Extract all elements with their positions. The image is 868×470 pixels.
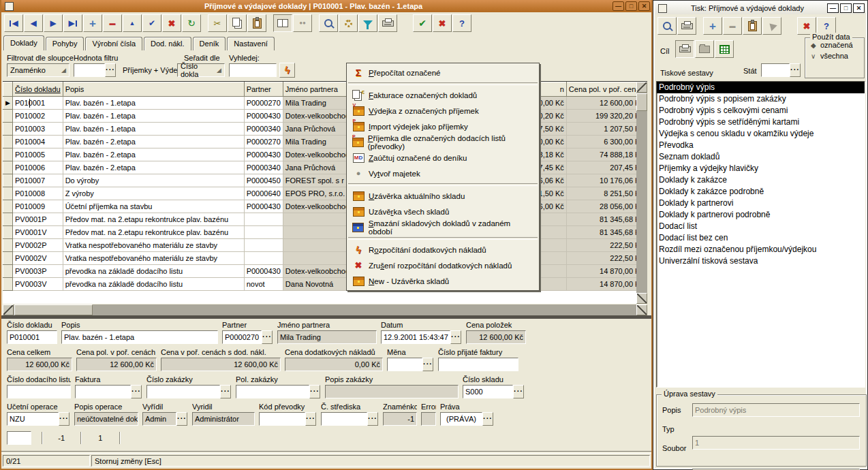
cell-popis[interactable]: převodka na základě dodacího listu bbox=[63, 265, 244, 278]
cell-cislo[interactable]: P010003 bbox=[13, 123, 63, 136]
cell-partner[interactable]: P0000430 bbox=[244, 200, 283, 213]
row-selector[interactable] bbox=[3, 200, 13, 213]
table-row[interactable]: PV0003Vpřevodka na základě dodacího list… bbox=[3, 278, 647, 291]
menu-item-vydejka-z-oznacenych-prijemek[interactable]: VVýdejka z označených příjemek bbox=[347, 103, 539, 119]
col-header-popis[interactable]: Popis bbox=[63, 82, 244, 97]
report-item-vydejka-s-cenou-skladu-v-okamz[interactable]: Výdejka s cenou skladu v okamžiku výdeje bbox=[657, 128, 865, 140]
cell-cena2[interactable]: 14 870,00 Kč bbox=[566, 265, 646, 278]
cell-popis[interactable]: Plav. bazén - 1.etapa bbox=[63, 110, 244, 123]
table-row[interactable]: P010003Plav. bazén - 1.etapaP0000340Jana… bbox=[3, 123, 647, 136]
cell-popis[interactable]: Do výroby bbox=[63, 174, 244, 187]
report-item-univerzalni-tiskova-sestava[interactable]: Univerzální tisková sestava bbox=[657, 255, 865, 267]
menu-item-smazani-skladovych-dokladu-v-z[interactable]: Smazání skladových dokladů v zadaném obd… bbox=[347, 219, 539, 235]
paste-button[interactable] bbox=[743, 17, 762, 35]
minimize-button[interactable]: — bbox=[613, 1, 624, 11]
kod-prevodky-ellipsis-button[interactable] bbox=[305, 412, 316, 426]
table-row[interactable]: PV0003Ppřevodka na základě dodacího list… bbox=[3, 265, 647, 278]
datum-field[interactable]: 12.9.2001 15:43:47 bbox=[381, 330, 450, 344]
settings-button[interactable] bbox=[339, 14, 358, 32]
popis-field[interactable]: Plav. bazén - 1.etapa bbox=[61, 330, 218, 344]
prava-ellipsis-button[interactable] bbox=[482, 412, 493, 426]
cell-cislo[interactable]: P010004 bbox=[13, 136, 63, 148]
cell-cena2[interactable]: 12 600,00 Kč bbox=[566, 97, 646, 110]
cell-popis[interactable]: převodka na základě dodacího listu bbox=[63, 278, 244, 291]
table-row[interactable]: P010009Účetní příjemka na stavbuP0000430… bbox=[3, 200, 647, 213]
cell-partner[interactable]: P0000430 bbox=[244, 265, 283, 278]
table-row[interactable]: PV0002VVratka nespotřebovaného materiálu… bbox=[3, 252, 647, 265]
horizontal-scrollbar[interactable] bbox=[3, 304, 647, 315]
sort-select[interactable]: Číslo dokla ◢ bbox=[177, 63, 225, 77]
prev-record-button[interactable]: ◀ bbox=[24, 14, 43, 32]
cell-cislo[interactable]: PV0003V bbox=[13, 278, 63, 291]
table-row[interactable]: P010002Plav. bazén - 1.etapaP0000430Dote… bbox=[3, 110, 647, 123]
cislo-dokladu-field[interactable]: P010001 bbox=[7, 330, 57, 344]
insert-record-button[interactable]: + bbox=[83, 14, 102, 32]
c-strediska-field[interactable] bbox=[321, 412, 367, 426]
close-button[interactable]: ✕ bbox=[638, 1, 650, 11]
report-item-doklady-k-zakazce-podrobne[interactable]: Doklady k zakázce podrobně bbox=[657, 186, 865, 198]
tab-denik[interactable]: Deník bbox=[193, 37, 226, 50]
print-button[interactable] bbox=[378, 14, 397, 32]
report-item-dodaci-list-bez-cen[interactable]: Dodací list bez cen bbox=[657, 232, 865, 244]
cell-partner[interactable]: P0000430 bbox=[244, 148, 283, 161]
cell-cislo[interactable]: P010006 bbox=[13, 161, 63, 174]
cell-partner[interactable]: P0000270 bbox=[244, 136, 283, 148]
vyridil-ellipsis-button[interactable] bbox=[176, 412, 187, 426]
cell-cislo[interactable]: P010008 bbox=[13, 187, 63, 200]
search-input[interactable] bbox=[229, 63, 277, 77]
copy-button[interactable] bbox=[228, 14, 247, 32]
report-item-podrobny-vypis[interactable]: Podrobný výpis bbox=[657, 82, 865, 93]
cell-cena2[interactable]: 222,50 Kč bbox=[566, 252, 646, 265]
cell-cena2[interactable]: 74 888,18 Kč bbox=[566, 148, 646, 161]
cell-cena2[interactable]: 81 345,68 Kč bbox=[566, 226, 646, 239]
report-item-dodaci-list[interactable]: Dodací list bbox=[657, 221, 865, 232]
report-item-podrobny-vypis-s-popisem-zakaz[interactable]: Podrobný výpis s popisem zakázky bbox=[657, 93, 865, 105]
row-selector[interactable] bbox=[3, 148, 13, 161]
cell-cena2[interactable]: 207,45 Kč bbox=[566, 161, 646, 174]
scroll-down-arrow[interactable] bbox=[636, 293, 647, 304]
search-go-button[interactable]: ϟ bbox=[279, 63, 295, 78]
cell-popis[interactable]: Plav. bazén - 1.etapa bbox=[63, 97, 244, 110]
close-button[interactable]: ✕ bbox=[853, 3, 865, 13]
prava-field[interactable]: (PRÁVA) bbox=[440, 412, 482, 426]
cell-partner[interactable]: P0000340 bbox=[244, 161, 283, 174]
table-row[interactable]: P010007Do výrobyP0000450FOREST spol. s r… bbox=[3, 174, 647, 187]
cislo-skladu-field[interactable]: S000 bbox=[463, 385, 513, 398]
filter-column-select[interactable]: Znaménko ◢ bbox=[7, 63, 69, 77]
faktura-ellipsis-button[interactable] bbox=[131, 385, 142, 398]
report-item-prijemky-a-vydejky-hlavicky[interactable]: Příjemky a výdejky hlavičky bbox=[657, 163, 865, 174]
cislo-dodaciho-listu-field[interactable] bbox=[7, 385, 71, 398]
cislo-zakazky-field[interactable] bbox=[146, 385, 220, 398]
current-row-marker[interactable]: ▶ bbox=[3, 97, 13, 110]
target-file-button[interactable] bbox=[695, 40, 714, 58]
table-row[interactable]: ▶P010001Plav. bazén - 1.etapaP0000270Mil… bbox=[3, 97, 647, 110]
menu-item-new-uzaverka-skladu[interactable]: New - Uzávěrka skladů bbox=[347, 273, 539, 289]
row-selector[interactable] bbox=[3, 136, 13, 148]
row-selector[interactable] bbox=[3, 110, 13, 123]
report-item-podrobny-vypis-se-setridenymi-[interactable]: Podrobný výpis se setříděnými kartami bbox=[657, 116, 865, 128]
row-selector[interactable] bbox=[3, 278, 13, 291]
cell-cislo[interactable]: PV0002P bbox=[13, 239, 63, 252]
cut-button[interactable]: ✂ bbox=[208, 14, 227, 32]
vertical-scroll-thumb[interactable] bbox=[636, 93, 647, 111]
cislo-skladu-ellipsis-button[interactable] bbox=[513, 385, 524, 398]
row-selector[interactable] bbox=[3, 161, 13, 174]
use-data-option-vsechna[interactable]: ∨všechna bbox=[811, 52, 864, 60]
report-item-rozdil-mezi-oznacenou-prijemko[interactable]: Rozdíl mezi označenou příjemkou/výdejkou bbox=[657, 244, 865, 255]
cell-cena2[interactable]: 199 320,20 Kč bbox=[566, 110, 646, 123]
cell-popis[interactable]: Plav. bazén - 1.etapa bbox=[63, 123, 244, 136]
cell-partner[interactable] bbox=[244, 213, 283, 226]
cell-partner[interactable]: P0000640 bbox=[244, 187, 283, 200]
table-row[interactable]: P010006Plav. bazén - 2.etapaP0000340Jana… bbox=[3, 161, 647, 174]
ucetni-operace-field[interactable]: NZU bbox=[7, 412, 59, 426]
row-selector[interactable] bbox=[3, 187, 13, 200]
row-selector[interactable] bbox=[3, 213, 13, 226]
mena-ellipsis-button[interactable] bbox=[422, 358, 433, 371]
cell-cislo[interactable]: PV0001P bbox=[13, 213, 63, 226]
state-input[interactable] bbox=[761, 63, 790, 77]
row-selector[interactable] bbox=[3, 239, 13, 252]
col-header-cislo[interactable]: Číslo dokladu bbox=[13, 82, 63, 97]
cell-cena2[interactable]: 1 207,50 Kč bbox=[566, 123, 646, 136]
cell-partner[interactable]: P0000430 bbox=[244, 110, 283, 123]
menu-item-zauctuj-oznacene-do-deniku[interactable]: MDZaúčtuj označené do deníku bbox=[347, 150, 539, 166]
